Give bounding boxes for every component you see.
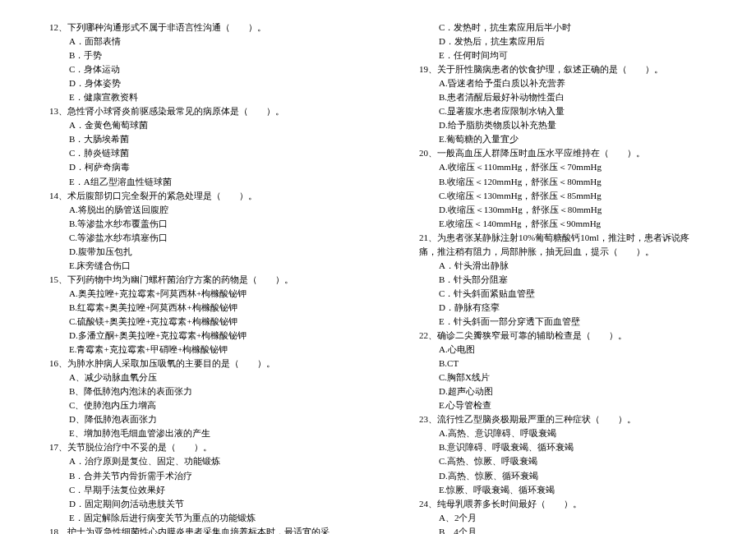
- option: D．身体姿势: [69, 76, 337, 90]
- options-list: C．发热时，抗生素应用后半小时 D．发热后，抗生素应用后 E．任何时间均可: [419, 21, 707, 62]
- option: A．金黄色葡萄球菌: [69, 118, 337, 132]
- option: C.胸部X线片: [439, 371, 707, 384]
- right-column: C．发热时，抗生素应用后半小时 D．发热后，抗生素应用后 E．任何时间均可 19…: [419, 21, 707, 534]
- question-title: 19、关于肝性脑病患者的饮食护理，叙述正确的是（ ）。: [419, 62, 707, 76]
- option: D.高热、惊厥、循环衰竭: [439, 469, 707, 483]
- option: D.腹带加压包扎: [69, 245, 337, 259]
- question-title: 16、为肺水肿病人采取加压吸氧的主要目的是（ ）。: [49, 357, 337, 371]
- question-title: 18、护士为亚急性细菌性心内膜炎患者采集血培养标本时，最适宜的采集时间应在（ ）…: [49, 525, 337, 534]
- option: E．任何时间均可: [439, 48, 707, 62]
- question-title: 24、纯母乳喂养多长时间最好（ ）。: [419, 497, 707, 511]
- option: B、降低肺泡内泡沫的表面张力: [69, 384, 337, 398]
- option: D.多潘立酮+奥美拉唑+克拉霉素+枸橼酸铋钾: [69, 329, 337, 343]
- option: B、4个月: [439, 525, 707, 534]
- question-17: 17、关节脱位治疗中不妥的是（ ）。 A．治疗原则是复位、固定、功能锻炼 B．合…: [49, 440, 337, 524]
- option: C、使肺泡内压力增高: [69, 398, 337, 412]
- option: D、降低肺泡表面张力: [69, 412, 337, 426]
- options-list: A.高热、意识障碍、呼吸衰竭 B.意识障碍、呼吸衰竭、循环衰竭 C.高热、惊厥、…: [419, 426, 707, 496]
- options-list: A.收缩压＜110mmHg，舒张压＜70mmHg B.收缩压＜120mmHg，舒…: [419, 160, 707, 230]
- option: E.心导管检查: [439, 398, 707, 412]
- option: C.高热、惊厥、呼吸衰竭: [439, 454, 707, 468]
- question-22: 22、确诊二尖瓣狭窄最可靠的辅助检查是（ ）。 A.心电图 B.CT C.胸部X…: [419, 329, 707, 412]
- question-18: 18、护士为亚急性细菌性心内膜炎患者采集血培养标本时，最适宜的采集时间应在（ ）…: [49, 525, 337, 534]
- option: A、减少动脉血氧分压: [69, 371, 337, 384]
- option: C．早期手法复位效果好: [69, 483, 337, 497]
- options-list: A.将脱出的肠管送回腹腔 B.等渗盐水纱布覆盖伤口 C.等渗盐水纱布填塞伤口 D…: [49, 203, 337, 273]
- options-list: A．金黄色葡萄球菌 B．大肠埃希菌 C．肺炎链球菌 D．柯萨奇病毒 E．A组乙型…: [49, 118, 337, 188]
- question-title: 21、为患者张某静脉注射10%葡萄糖酸钙10ml，推注时，患者诉说疼痛，推注稍有…: [419, 231, 707, 259]
- options-list: A.奥美拉唑+克拉霉素+阿莫西林+枸橼酸铋钾 B.红霉素+奥美拉唑+阿莫西林+枸…: [49, 287, 337, 357]
- exam-page: 12、下列哪种沟通形式不属于非语言性沟通（ ）。 A．面部表情 B．手势 C．身…: [0, 0, 756, 534]
- option: B.意识障碍、呼吸衰竭、循环衰竭: [439, 440, 707, 454]
- option: C．身体运动: [69, 62, 337, 76]
- option: E．健康宣教资料: [69, 90, 337, 104]
- question-21: 21、为患者张某静脉注射10%葡萄糖酸钙10ml，推注时，患者诉说疼痛，推注稍有…: [419, 231, 707, 329]
- option: E．固定解除后进行病变关节为重点的功能锻炼: [69, 511, 337, 525]
- option: B.患者清醒后最好补动物性蛋白: [439, 90, 707, 104]
- option: C.收缩压＜130mmHg，舒张压＜85mmHg: [439, 189, 707, 203]
- option: A．治疗原则是复位、固定、功能锻炼: [69, 454, 337, 468]
- option: E、增加肺泡毛细血管渗出液的产生: [69, 426, 337, 440]
- option: B．手势: [69, 48, 337, 62]
- option: E．针头斜面一部分穿透下面血管壁: [439, 315, 707, 329]
- option: C.硫酸镁+奥美拉唑+克拉霉素+枸橼酸铋钾: [69, 315, 337, 329]
- option: B．针头部分阻塞: [439, 273, 707, 287]
- options-list: A．面部表情 B．手势 C．身体运动 D．身体姿势 E．健康宣教资料: [49, 35, 337, 104]
- option: A．面部表情: [69, 35, 337, 48]
- question-title: 15、下列药物中均为幽门螺杆菌治疗方案的药物是（ ）。: [49, 273, 337, 287]
- option: A、2个月: [439, 511, 707, 525]
- question-14: 14、术后腹部切口完全裂开的紧急处理是（ ）。 A.将脱出的肠管送回腹腔 B.等…: [49, 189, 337, 273]
- question-title: 20、一般高血压人群降压时血压水平应维持在（ ）。: [419, 146, 707, 160]
- option: C.显著腹水患者应限制水钠入量: [439, 104, 707, 118]
- option: A.昏迷者给予蛋白质以补充营养: [439, 76, 707, 90]
- option: B．合并关节内骨折需手术治疗: [69, 469, 337, 483]
- option: B.收缩压＜120mmHg，舒张压＜80mmHg: [439, 175, 707, 189]
- option: B．大肠埃希菌: [69, 132, 337, 146]
- question-20: 20、一般高血压人群降压时血压水平应维持在（ ）。 A.收缩压＜110mmHg，…: [419, 146, 707, 230]
- option: B.红霉素+奥美拉唑+阿莫西林+枸橼酸铋钾: [69, 301, 337, 315]
- option: D.收缩压＜130mmHg，舒张压＜80mmHg: [439, 203, 707, 217]
- option: B.等渗盐水纱布覆盖伤口: [69, 217, 337, 231]
- option: A.高热、意识障碍、呼吸衰竭: [439, 426, 707, 440]
- question-title: 14、术后腹部切口完全裂开的紧急处理是（ ）。: [49, 189, 337, 203]
- option: C．针头斜面紧贴血管壁: [439, 287, 707, 301]
- option: D.给予脂肪类物质以补充热量: [439, 118, 707, 132]
- options-list: A、减少动脉血氧分压 B、降低肺泡内泡沫的表面张力 C、使肺泡内压力增高 D、降…: [49, 371, 337, 440]
- option: E.葡萄糖的入量宜少: [439, 132, 707, 146]
- question-24: 24、纯母乳喂养多长时间最好（ ）。 A、2个月 B、4个月 C、6个月 D、9…: [419, 497, 707, 534]
- options-list: A.昏迷者给予蛋白质以补充营养 B.患者清醒后最好补动物性蛋白 C.显著腹水患者…: [419, 76, 707, 146]
- options-list: A、2个月 B、4个月 C、6个月 D、9个月: [419, 511, 707, 534]
- option: D．固定期间勿活动患肢关节: [69, 497, 337, 511]
- option: E.惊厥、呼吸衰竭、循环衰竭: [439, 483, 707, 497]
- option: E.床旁缝合伤口: [69, 259, 337, 273]
- option: A.将脱出的肠管送回腹腔: [69, 203, 337, 217]
- question-16: 16、为肺水肿病人采取加压吸氧的主要目的是（ ）。 A、减少动脉血氧分压 B、降…: [49, 357, 337, 440]
- option: D．柯萨奇病毒: [69, 160, 337, 174]
- question-15: 15、下列药物中均为幽门螺杆菌治疗方案的药物是（ ）。 A.奥美拉唑+克拉霉素+…: [49, 273, 337, 357]
- option: D．发热后，抗生素应用后: [439, 35, 707, 48]
- question-title: 23、流行性乙型脑炎极期最严重的三种症状（ ）。: [419, 412, 707, 426]
- left-column: 12、下列哪种沟通形式不属于非语言性沟通（ ）。 A．面部表情 B．手势 C．身…: [49, 21, 337, 534]
- question-title: 17、关节脱位治疗中不妥的是（ ）。: [49, 440, 337, 454]
- option: B.CT: [439, 357, 707, 371]
- option: C.等渗盐水纱布填塞伤口: [69, 231, 337, 245]
- option: A.收缩压＜110mmHg，舒张压＜70mmHg: [439, 160, 707, 174]
- options-list: A．针头滑出静脉 B．针头部分阻塞 C．针头斜面紧贴血管壁 D．静脉有痉挛 E．…: [419, 259, 707, 329]
- option: A．针头滑出静脉: [439, 259, 707, 273]
- question-18-cont: C．发热时，抗生素应用后半小时 D．发热后，抗生素应用后 E．任何时间均可: [419, 21, 707, 62]
- option: E.收缩压＜140mmHg，舒张压＜90mmHg: [439, 217, 707, 231]
- option: D.超声心动图: [439, 384, 707, 398]
- option: A.心电图: [439, 343, 707, 357]
- option: E.青霉素+克拉霉素+甲硝唑+枸橼酸铋钾: [69, 343, 337, 357]
- options-list: A．治疗原则是复位、固定、功能锻炼 B．合并关节内骨折需手术治疗 C．早期手法复…: [49, 454, 337, 524]
- question-13: 13、急性肾小球肾炎前驱感染最常见的病原体是（ ）。 A．金黄色葡萄球菌 B．大…: [49, 104, 337, 188]
- question-19: 19、关于肝性脑病患者的饮食护理，叙述正确的是（ ）。 A.昏迷者给予蛋白质以补…: [419, 62, 707, 146]
- question-title: 22、确诊二尖瓣狭窄最可靠的辅助检查是（ ）。: [419, 329, 707, 343]
- option: C．肺炎链球菌: [69, 146, 337, 160]
- question-title: 12、下列哪种沟通形式不属于非语言性沟通（ ）。: [49, 21, 337, 35]
- option: E．A组乙型溶血性链球菌: [69, 175, 337, 189]
- question-title: 13、急性肾小球肾炎前驱感染最常见的病原体是（ ）。: [49, 104, 337, 118]
- option: D．静脉有痉挛: [439, 301, 707, 315]
- options-list: A.心电图 B.CT C.胸部X线片 D.超声心动图 E.心导管检查: [419, 343, 707, 412]
- question-12: 12、下列哪种沟通形式不属于非语言性沟通（ ）。 A．面部表情 B．手势 C．身…: [49, 21, 337, 104]
